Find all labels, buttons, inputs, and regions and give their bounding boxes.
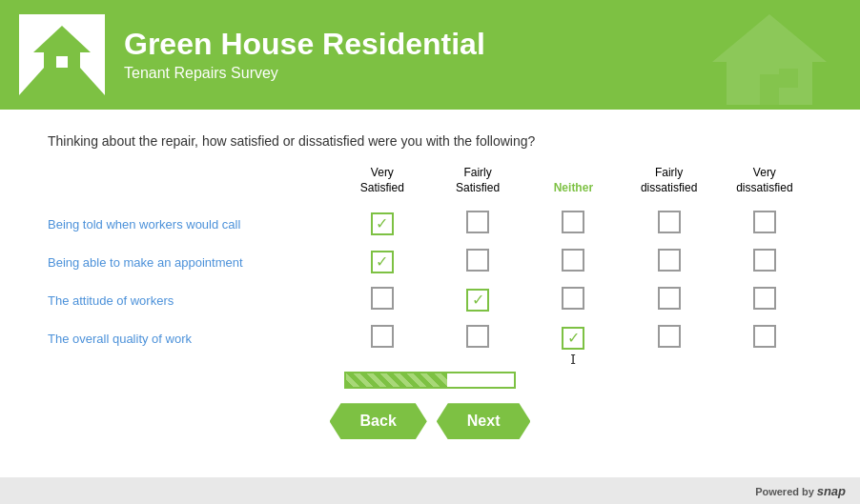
- col-header-blank: [48, 166, 335, 205]
- checkbox[interactable]: [466, 325, 489, 348]
- row-label: Being able to make an appointment: [48, 243, 335, 281]
- checkbox-cell: [622, 243, 717, 281]
- checkbox-cell: [525, 243, 621, 281]
- svg-rect-2: [760, 74, 779, 105]
- checkbox[interactable]: ✓: [562, 327, 584, 350]
- checkbox[interactable]: ✓: [371, 251, 394, 273]
- button-area: Back Next: [48, 403, 812, 439]
- svg-rect-3: [779, 69, 798, 88]
- checkbox-cell: ✓: [335, 205, 430, 243]
- row-label: The attitude of workers: [48, 281, 335, 319]
- row-label: Being told when workers would call: [48, 205, 335, 243]
- table-row: The attitude of workers✓: [48, 281, 812, 319]
- checkbox-container: [753, 249, 776, 275]
- checkbox[interactable]: [466, 249, 489, 272]
- checkbox-cell: [717, 319, 812, 357]
- table-row: The overall quality of work✓𝖨: [48, 319, 812, 357]
- col-header-very-dissatisfied: Verydissatisfied: [717, 166, 812, 205]
- checkbox[interactable]: [371, 325, 394, 348]
- survey-table: VerySatisfied FairlySatisfied Neither Fa…: [48, 166, 812, 357]
- back-button[interactable]: Back: [330, 403, 427, 439]
- checkbox[interactable]: [466, 211, 489, 233]
- col-header-very-satisfied: VerySatisfied: [335, 166, 430, 205]
- col-header-neither: Neither: [525, 166, 621, 205]
- checkbox-cell: ✓: [430, 281, 525, 319]
- checkbox-container: [753, 211, 776, 237]
- checkbox-cell: [717, 281, 812, 319]
- checkbox-container: [466, 325, 489, 352]
- checkbox-container: ✓: [466, 289, 489, 312]
- survey-subtitle: Tenant Repairs Survey: [124, 65, 485, 82]
- progress-fill: [346, 373, 447, 387]
- checkbox-cell: [717, 243, 812, 281]
- checkbox-container: [562, 287, 584, 313]
- checkbox-container: [466, 211, 489, 237]
- checkbox-container: [371, 287, 394, 313]
- checkbox-container: [658, 249, 681, 275]
- checkbox[interactable]: ✓: [466, 289, 489, 312]
- checkbox[interactable]: [658, 325, 681, 348]
- checkbox-cell: [622, 205, 717, 243]
- checkbox-container: [658, 325, 681, 352]
- question-text: Thinking about the repair, how satisfied…: [48, 133, 812, 149]
- checkbox[interactable]: [562, 211, 584, 233]
- header: Green House Residential Tenant Repairs S…: [0, 0, 860, 110]
- col-header-fairly-dissatisfied: Fairlydissatisfied: [622, 166, 717, 205]
- company-name: Green House Residential: [124, 28, 485, 61]
- checkbox-container: ✓: [371, 212, 394, 235]
- checkbox-cell: [430, 319, 525, 357]
- content-area: Thinking about the repair, how satisfied…: [0, 110, 860, 477]
- checkbox[interactable]: [658, 249, 681, 272]
- checkbox-cell: ✓𝖨: [525, 319, 621, 357]
- table-row: Being told when workers would call✓: [48, 205, 812, 243]
- checkbox-cell: ✓: [335, 243, 430, 281]
- checkbox-cell: [622, 281, 717, 319]
- checkbox[interactable]: [371, 287, 394, 310]
- progress-area: [48, 372, 812, 389]
- checkbox-cell: [430, 243, 525, 281]
- checkbox-container: [658, 287, 681, 313]
- checkbox-cell: [335, 281, 430, 319]
- checkbox-container: [371, 325, 394, 352]
- checkbox[interactable]: [658, 211, 681, 233]
- svg-marker-0: [712, 14, 827, 62]
- row-label: The overall quality of work: [48, 319, 335, 357]
- checkbox-container: [753, 287, 776, 313]
- header-text: Green House Residential Tenant Repairs S…: [124, 28, 485, 82]
- footer-powered-by: Powered by snap: [755, 484, 846, 498]
- col-header-fairly-satisfied: FairlySatisfied: [430, 166, 525, 205]
- checkbox-cell: [525, 281, 621, 319]
- checkbox-container: [753, 325, 776, 352]
- checkbox-container: [562, 249, 584, 275]
- checkbox[interactable]: [658, 287, 681, 310]
- checkbox[interactable]: [753, 211, 776, 233]
- logo: [19, 14, 105, 95]
- checkbox-cell: [525, 205, 621, 243]
- checkbox[interactable]: [753, 287, 776, 310]
- checkbox[interactable]: [562, 249, 584, 272]
- checkbox-cell: [622, 319, 717, 357]
- progress-bar: [344, 372, 516, 389]
- checkbox-cell: [335, 319, 430, 357]
- footer: Powered by snap: [0, 477, 860, 504]
- next-button[interactable]: Next: [437, 403, 531, 439]
- background-house-icon: [707, 10, 831, 109]
- cursor-icon: 𝖨: [570, 352, 576, 367]
- checkbox-cell: [717, 205, 812, 243]
- checkbox-container: ✓𝖨: [562, 327, 584, 350]
- checkbox[interactable]: [753, 325, 776, 348]
- checkbox[interactable]: [562, 287, 584, 310]
- checkbox-container: [658, 211, 681, 237]
- checkbox-container: [466, 249, 489, 275]
- checkbox-cell: [430, 205, 525, 243]
- checkbox[interactable]: ✓: [371, 212, 394, 235]
- checkbox[interactable]: [753, 249, 776, 272]
- table-row: Being able to make an appointment✓: [48, 243, 812, 281]
- checkbox-container: [562, 211, 584, 237]
- checkbox-container: ✓: [371, 251, 394, 273]
